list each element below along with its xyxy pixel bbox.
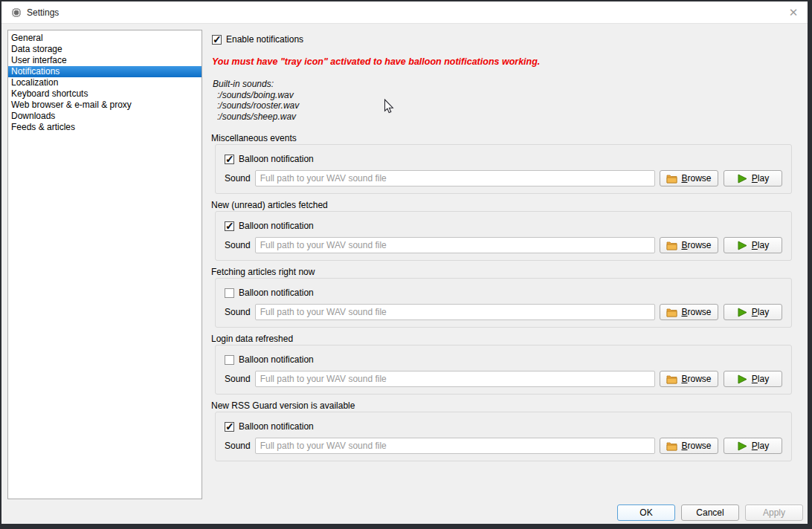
- section-login-data-refreshed: Login data refreshed Balloon notificatio…: [210, 334, 802, 395]
- enable-notifications-label: Enable notifications: [226, 34, 303, 45]
- built-in-sound-path: :/sounds/sheep.wav: [213, 111, 802, 123]
- settings-dialog: Settings ✕ General Data storage User int…: [1, 1, 808, 524]
- browse-button[interactable]: Browse: [660, 237, 718, 253]
- balloon-notification-checkbox[interactable]: [225, 155, 234, 164]
- sidebar-item-notifications[interactable]: Notifications: [8, 66, 202, 77]
- dialog-body: General Data storage User interface Noti…: [1, 24, 808, 524]
- sidebar-item-data-storage[interactable]: Data storage: [8, 44, 202, 55]
- sidebar-item-downloads[interactable]: Downloads: [8, 111, 202, 122]
- play-icon: [737, 241, 748, 250]
- section-title: Login data refreshed: [211, 334, 802, 345]
- balloon-notification-checkbox[interactable]: [225, 355, 234, 365]
- section-new-articles-fetched: New (unread) articles fetched Balloon no…: [210, 201, 802, 261]
- ok-button[interactable]: OK: [617, 504, 675, 521]
- sound-label: Sound: [225, 173, 251, 184]
- folder-icon: [666, 308, 677, 317]
- sidebar-item-localization[interactable]: Localization: [8, 77, 202, 88]
- folder-icon: [666, 241, 677, 250]
- folder-icon: [666, 374, 677, 384]
- sound-path-input[interactable]: [255, 237, 655, 253]
- play-button[interactable]: Play: [724, 371, 782, 387]
- balloon-notification-label: Balloon notification: [239, 154, 314, 164]
- sound-label: Sound: [225, 307, 251, 317]
- balloon-notification-checkbox[interactable]: [225, 288, 234, 298]
- sidebar-item-keyboard-shortcuts[interactable]: Keyboard shortcuts: [8, 88, 202, 100]
- browse-button[interactable]: Browse: [660, 304, 718, 320]
- play-icon: [737, 308, 748, 317]
- section-title: New RSS Guard version is available: [211, 401, 802, 412]
- section-title: Fetching articles right now: [211, 267, 802, 278]
- sound-label: Sound: [225, 441, 251, 451]
- built-in-sounds-title: Built-in sounds:: [213, 79, 802, 90]
- built-in-sound-path: :/sounds/rooster.wav: [213, 100, 802, 111]
- section-fetching-articles: Fetching articles right now Balloon noti…: [210, 267, 802, 328]
- sidebar-item-general[interactable]: General: [8, 33, 202, 44]
- play-icon: [737, 174, 748, 184]
- sound-label: Sound: [225, 374, 251, 384]
- balloon-notification-label: Balloon notification: [239, 421, 314, 432]
- balloon-notification-label: Balloon notification: [239, 288, 314, 298]
- section-title: New (unread) articles fetched: [211, 201, 802, 211]
- folder-icon: [666, 174, 677, 184]
- section-miscellaneous-events: Miscellaneous events Balloon notificatio…: [210, 134, 802, 194]
- play-button[interactable]: Play: [724, 304, 782, 320]
- play-button[interactable]: Play: [724, 438, 782, 454]
- settings-window: Settings ✕ General Data storage User int…: [0, 0, 812, 529]
- enable-notifications-checkbox[interactable]: [212, 35, 222, 45]
- balloon-notification-label: Balloon notification: [239, 354, 314, 365]
- tray-icon-warning: You must have "tray icon" activated to h…: [212, 56, 802, 67]
- browse-button[interactable]: Browse: [660, 438, 718, 454]
- sound-path-input[interactable]: [255, 304, 655, 320]
- browse-button[interactable]: Browse: [660, 371, 718, 387]
- section-groupbox: Balloon notification Sound Browse: [215, 211, 792, 261]
- sound-path-input[interactable]: [255, 170, 655, 186]
- enable-notifications-row: Enable notifications: [212, 33, 802, 45]
- play-button[interactable]: Play: [724, 170, 782, 186]
- window-title: Settings: [27, 7, 59, 18]
- section-groupbox: Balloon notification Sound Browse: [215, 278, 792, 328]
- notifications-panel: Enable notifications You must have "tray…: [210, 24, 802, 468]
- section-new-version-available: New RSS Guard version is available Ballo…: [210, 401, 802, 461]
- dialog-buttons: OK Cancel Apply: [617, 504, 803, 521]
- sound-label: Sound: [225, 240, 251, 250]
- play-button[interactable]: Play: [724, 237, 782, 253]
- folder-icon: [666, 441, 677, 451]
- balloon-notification-label: Balloon notification: [239, 221, 314, 231]
- built-in-sounds-block: Built-in sounds: :/sounds/boing.wav :/so…: [213, 79, 802, 122]
- play-icon: [737, 374, 748, 384]
- sidebar-item-feeds-articles[interactable]: Feeds & articles: [8, 122, 202, 133]
- built-in-sound-path: :/sounds/boing.wav: [213, 90, 802, 101]
- balloon-notification-checkbox[interactable]: [225, 221, 234, 231]
- section-title: Miscellaneous events: [211, 134, 802, 144]
- apply-button[interactable]: Apply: [745, 504, 803, 521]
- section-groupbox: Balloon notification Sound Browse: [215, 144, 792, 194]
- section-groupbox: Balloon notification Sound Browse: [215, 412, 792, 461]
- close-icon[interactable]: ✕: [785, 5, 802, 20]
- sound-path-input[interactable]: [255, 438, 655, 454]
- title-bar: Settings ✕: [1, 1, 808, 24]
- sidebar-item-user-interface[interactable]: User interface: [8, 55, 202, 66]
- section-groupbox: Balloon notification Sound Browse: [215, 345, 792, 395]
- settings-gear-icon: [11, 7, 22, 18]
- sound-path-input[interactable]: [255, 371, 655, 387]
- cancel-button[interactable]: Cancel: [681, 504, 739, 521]
- settings-category-list: General Data storage User interface Noti…: [7, 30, 202, 499]
- play-icon: [737, 441, 748, 451]
- notification-sections: Miscellaneous events Balloon notificatio…: [210, 134, 802, 461]
- sidebar-item-web-browser-proxy[interactable]: Web browser & e-mail & proxy: [8, 100, 202, 111]
- balloon-notification-checkbox[interactable]: [225, 422, 234, 432]
- browse-button[interactable]: Browse: [660, 170, 718, 186]
